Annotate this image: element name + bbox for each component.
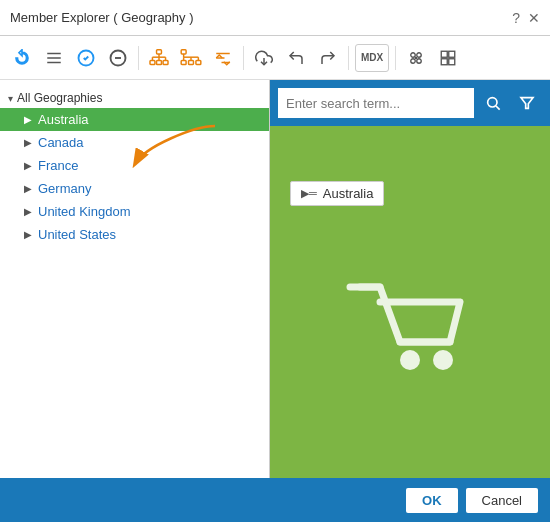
expand-arrow-germany: ▶ [24,183,32,194]
cart-area [270,176,550,478]
tree-item-canada[interactable]: ▶ Canada [0,131,269,154]
tree-item-label-germany: Germany [38,181,91,196]
expand-arrow-uk: ▶ [24,206,32,217]
filter-button[interactable] [512,88,542,118]
tree-item-label-canada: Canada [38,135,84,150]
expand-arrow-france: ▶ [24,160,32,171]
root-label-text: All Geographies [17,91,102,105]
bubble-prefix-icon: ▶═ [301,187,317,200]
expand-arrow-us: ▶ [24,229,32,240]
bubble-text: Australia [323,186,374,201]
tree-panel: ▾ All Geographies ▶ Australia ▶ Canada ▶… [0,80,270,478]
download-button[interactable] [250,44,278,72]
check-button[interactable] [72,44,100,72]
svg-point-32 [411,58,416,63]
hierarchy2-button[interactable] [177,44,205,72]
tree-item-germany[interactable]: ▶ Germany [0,177,269,200]
search-bar [270,80,550,126]
main-content: ▾ All Geographies ▶ Australia ▶ Canada ▶… [0,80,550,478]
title-bar-controls: ? ✕ [512,10,540,26]
separator-3 [348,46,349,70]
selected-item-bubble: ▶═ Australia [290,181,384,206]
tree-item-label-france: France [38,158,78,173]
minus-button[interactable] [104,44,132,72]
toolbar: MDX [0,36,550,80]
mdx-button[interactable]: MDX [355,44,389,72]
svg-point-28 [411,52,416,57]
separator-1 [138,46,139,70]
sort-button[interactable] [209,44,237,72]
undo-button[interactable] [282,44,310,72]
expand-arrow-australia: ▶ [24,114,32,125]
redo-button[interactable] [314,44,342,72]
svg-rect-36 [441,58,447,64]
svg-rect-16 [181,60,186,64]
cart-icon [345,267,475,387]
cancel-button[interactable]: Cancel [466,488,538,513]
svg-point-38 [488,98,497,107]
search-button[interactable] [478,88,508,118]
svg-rect-7 [150,60,155,64]
svg-rect-8 [157,60,162,64]
ok-button[interactable]: OK [406,488,458,513]
svg-line-39 [496,106,500,110]
hierarchy1-button[interactable] [145,44,173,72]
tree-item-australia[interactable]: ▶ Australia [0,108,269,131]
bottom-bar: OK Cancel [0,478,550,522]
svg-rect-34 [441,51,447,57]
svg-rect-18 [196,60,201,64]
svg-rect-17 [189,60,194,64]
svg-rect-37 [449,58,455,64]
tree-root-label: ▾ All Geographies [0,88,269,108]
refresh-button[interactable] [8,44,36,72]
right-panel: ▶═ Australia [270,80,550,478]
list-button[interactable] [40,44,68,72]
svg-rect-15 [181,49,186,53]
close-icon[interactable]: ✕ [528,10,540,26]
connect-button[interactable] [402,44,430,72]
tree-root: ▾ All Geographies ▶ Australia ▶ Canada ▶… [0,80,269,254]
svg-point-31 [417,52,422,57]
svg-point-43 [400,350,420,370]
expand-arrow-canada: ▶ [24,137,32,148]
svg-rect-9 [163,60,168,64]
tree-item-united-kingdom[interactable]: ▶ United Kingdom [0,200,269,223]
tree-item-france[interactable]: ▶ France [0,154,269,177]
annotation-area: ▶═ Australia [270,126,550,176]
root-expand-icon[interactable]: ▾ [8,93,13,104]
title-bar: Member Explorer ( Geography ) ? ✕ [0,0,550,36]
separator-4 [395,46,396,70]
svg-marker-40 [521,98,533,109]
search-input[interactable] [278,88,474,118]
grid-button[interactable] [434,44,462,72]
tree-item-label-australia: Australia [38,112,89,127]
svg-point-29 [417,58,422,63]
tree-item-united-states[interactable]: ▶ United States [0,223,269,246]
svg-rect-6 [157,49,162,53]
tree-item-label-us: United States [38,227,116,242]
svg-rect-35 [449,51,455,57]
tree-item-label-uk: United Kingdom [38,204,131,219]
window-title: Member Explorer ( Geography ) [10,10,194,25]
svg-point-44 [433,350,453,370]
help-icon[interactable]: ? [512,10,520,26]
separator-2 [243,46,244,70]
